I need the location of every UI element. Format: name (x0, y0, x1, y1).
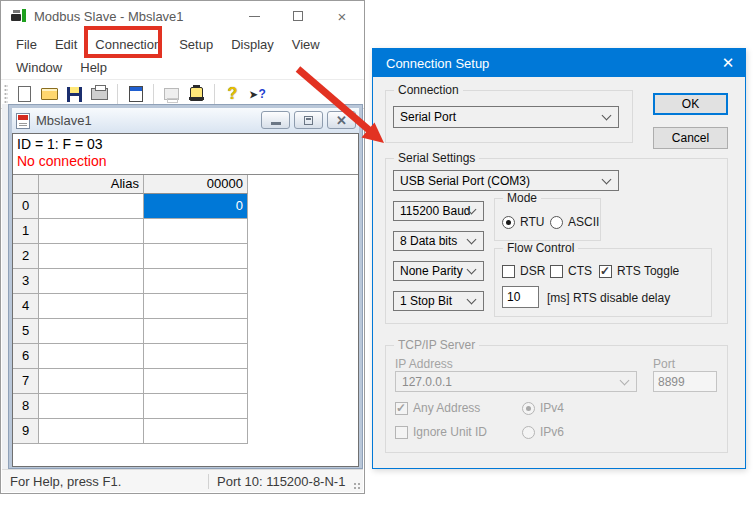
alias-column-header[interactable]: Alias (39, 175, 144, 194)
serial-port-select[interactable]: USB Serial Port (COM3) (393, 170, 619, 191)
alias-cell[interactable] (39, 194, 144, 219)
chevron-down-icon (602, 174, 612, 184)
ok-button-label: OK (682, 97, 699, 111)
mbslave-document-window: Mbslave1 ✕ ID = 1: F = 03 No connection … (8, 104, 363, 469)
tcpip-server-label: TCP/IP Server (394, 338, 479, 352)
save-icon[interactable] (64, 84, 85, 104)
value-column-header[interactable]: 00000 (144, 175, 248, 194)
value-cell[interactable] (144, 294, 248, 319)
dialog-titlebar[interactable]: Connection Setup ✕ (373, 49, 745, 77)
cts-checkbox[interactable]: CTS (550, 264, 592, 278)
rts-toggle-checkbox[interactable]: RTS Toggle (599, 264, 679, 278)
row-header-cell[interactable]: 0 (13, 194, 39, 219)
child-client-area: ID = 1: F = 03 No connection Alias 00000… (12, 133, 359, 467)
help-icon[interactable]: ? (222, 84, 243, 104)
rts-delay-label: [ms] RTS disable delay (547, 291, 670, 305)
alias-cell[interactable] (39, 394, 144, 419)
poll-definition-icon (161, 84, 182, 104)
ascii-label: ASCII (568, 215, 599, 229)
row-header-cell[interactable]: 4 (13, 294, 39, 319)
cancel-button[interactable]: Cancel (653, 127, 728, 149)
dsr-checkbox[interactable]: DSR (502, 264, 545, 278)
table-row: 4 (13, 294, 248, 319)
toolbar-separator (214, 84, 215, 104)
menu-edit[interactable]: Edit (46, 33, 86, 56)
value-cell[interactable] (144, 269, 248, 294)
maximize-button[interactable] (276, 1, 320, 31)
dsr-label: DSR (520, 264, 545, 278)
parity-select[interactable]: None Parity (393, 261, 484, 281)
value-cell[interactable]: 0 (144, 194, 248, 219)
main-titlebar[interactable]: Modbus Slave - Mbslave1 × (1, 1, 364, 31)
table-row: 2 (13, 244, 248, 269)
stop-bits-select[interactable]: 1 Stop Bit (393, 291, 484, 311)
device-setup-icon[interactable] (186, 84, 207, 104)
value-cell[interactable] (144, 219, 248, 244)
any-address-checkbox: Any Address (395, 401, 480, 415)
alias-cell[interactable] (39, 294, 144, 319)
value-cell[interactable] (144, 244, 248, 269)
ip-address-label: IP Address (395, 357, 453, 371)
value-cell[interactable] (144, 319, 248, 344)
menu-file[interactable]: File (7, 33, 46, 56)
statusbar: For Help, press F1. Port 10: 115200-8-N-… (2, 469, 363, 492)
row-header-cell[interactable]: 3 (13, 269, 39, 294)
status-port-text: Port 10: 115200-8-N-1 (209, 474, 345, 489)
menu-view[interactable]: View (283, 33, 329, 56)
connection-setup-dialog: Connection Setup ✕ Connection Serial Por… (372, 48, 746, 469)
alias-cell[interactable] (39, 269, 144, 294)
table-header-row: Alias 00000 (13, 175, 248, 194)
context-help-icon[interactable]: ? (247, 84, 268, 104)
open-file-icon[interactable] (39, 84, 60, 104)
serial-port-value: USB Serial Port (COM3) (400, 174, 530, 188)
row-header-cell[interactable]: 9 (13, 419, 39, 444)
resize-grip[interactable] (353, 482, 361, 490)
row-header-cell[interactable]: 8 (13, 394, 39, 419)
row-header-cell[interactable]: 1 (13, 219, 39, 244)
menu-help[interactable]: Help (71, 56, 116, 79)
baud-rate-select[interactable]: 115200 Baud (393, 201, 484, 221)
toolbar-separator (117, 84, 118, 104)
alias-cell[interactable] (39, 369, 144, 394)
data-bits-select[interactable]: 8 Data bits (393, 231, 484, 251)
value-cell[interactable] (144, 369, 248, 394)
stop-bits-value: 1 Stop Bit (400, 294, 452, 308)
ipv4-label: IPv4 (540, 401, 564, 415)
corner-header-cell[interactable] (13, 175, 39, 194)
table-row: 9 (13, 419, 248, 444)
connection-type-select[interactable]: Serial Port (393, 106, 619, 128)
alias-cell[interactable] (39, 344, 144, 369)
rts-delay-input[interactable] (502, 286, 539, 308)
close-button[interactable]: × (320, 1, 364, 31)
row-header-cell[interactable]: 6 (13, 344, 39, 369)
value-cell[interactable] (144, 394, 248, 419)
dialog-close-button[interactable]: ✕ (711, 49, 745, 77)
ipv6-label: IPv6 (540, 425, 564, 439)
row-header-cell[interactable]: 5 (13, 319, 39, 344)
alias-cell[interactable] (39, 219, 144, 244)
alias-cell[interactable] (39, 419, 144, 444)
minimize-button[interactable] (232, 1, 276, 31)
print-icon[interactable] (89, 84, 110, 104)
menu-window[interactable]: Window (7, 56, 71, 79)
table-row: 8 (13, 394, 248, 419)
minimize-icon (249, 16, 260, 17)
table-row: 6 (13, 344, 248, 369)
mode-ascii-radio[interactable]: ASCII (550, 215, 599, 229)
alias-cell[interactable] (39, 244, 144, 269)
checkbox-icon (395, 426, 408, 439)
new-file-icon[interactable] (14, 84, 35, 104)
mode-rtu-radio[interactable]: RTU (502, 215, 544, 229)
menu-display[interactable]: Display (222, 33, 283, 56)
ok-button[interactable]: OK (653, 93, 728, 115)
display-definition-icon[interactable] (125, 84, 146, 104)
value-cell[interactable] (144, 344, 248, 369)
row-header-cell[interactable]: 2 (13, 244, 39, 269)
row-header-cell[interactable]: 7 (13, 369, 39, 394)
value-cell[interactable] (144, 419, 248, 444)
toolbar-grip[interactable] (4, 84, 8, 104)
menu-setup[interactable]: Setup (170, 33, 222, 56)
alias-cell[interactable] (39, 319, 144, 344)
mode-group-label: Mode (503, 191, 541, 205)
table-body: 0 0 1 2 3 4 5 6 (13, 194, 248, 444)
